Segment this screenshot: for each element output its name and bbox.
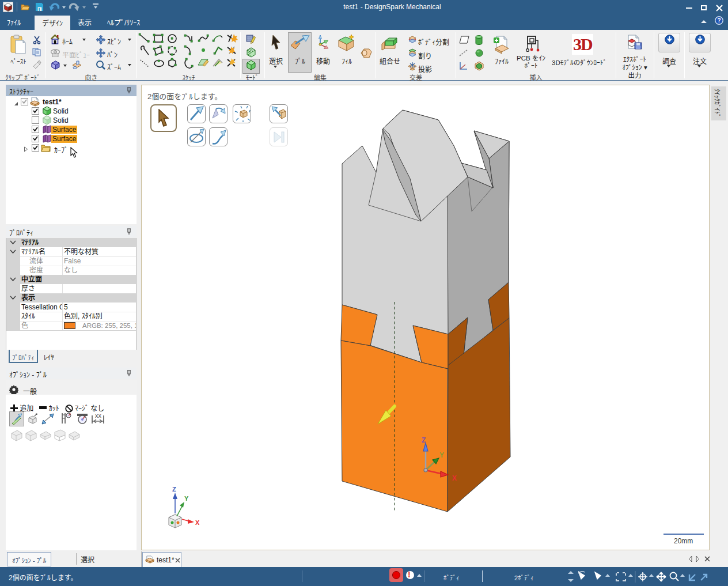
svg-text:Y: Y (439, 451, 444, 459)
svg-text:Y: Y (184, 495, 189, 502)
svg-text:X: X (195, 519, 200, 526)
svg-text:Z: Z (422, 436, 426, 444)
svg-text:XX: XX (95, 414, 101, 419)
svg-text:X: X (452, 474, 457, 482)
svg-text:20mm: 20mm (674, 537, 693, 545)
svg-text:?: ? (717, 17, 721, 24)
svg-text:Z: Z (172, 486, 176, 493)
